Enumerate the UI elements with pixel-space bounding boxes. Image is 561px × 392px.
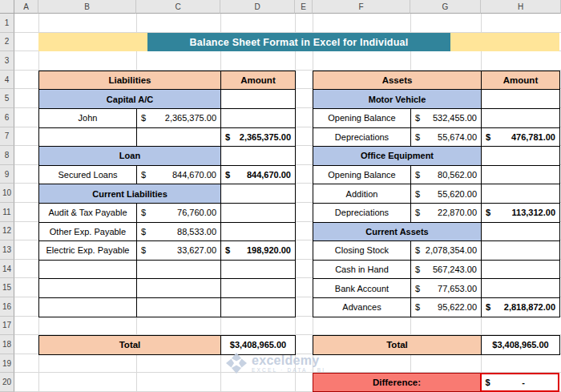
- cell-D7[interactable]: $ 2,365,375.00: [221, 128, 296, 148]
- cell-F6[interactable]: Opening Balance: [313, 109, 411, 128]
- cell-D8[interactable]: [221, 147, 296, 166]
- column-header-F[interactable]: F: [313, 0, 410, 14]
- row-header-13[interactable]: 13: [0, 240, 14, 260]
- cell-H10[interactable]: [482, 184, 560, 204]
- column-header-E[interactable]: E: [295, 0, 313, 14]
- cell-H9[interactable]: [482, 166, 560, 185]
- cell-G7[interactable]: $ 55,674.00: [411, 128, 482, 148]
- title-banner[interactable]: Balance Sheet Format in Excel for Indivi…: [38, 33, 559, 51]
- row-header-4[interactable]: 4: [0, 71, 14, 90]
- cell-B9[interactable]: Secured Loans: [39, 166, 137, 185]
- row-header-15[interactable]: 15: [0, 278, 14, 297]
- cell-B12[interactable]: Other Exp. Payable: [39, 223, 137, 242]
- cell-B5[interactable]: Capital A/C: [39, 90, 221, 109]
- cell-H4[interactable]: Amount: [482, 71, 560, 91]
- row-header-18[interactable]: 18: [0, 335, 14, 354]
- row-header-10[interactable]: 10: [0, 184, 14, 203]
- cell-G13[interactable]: $ 2,078,354.00: [411, 241, 482, 261]
- cell-D10[interactable]: [221, 184, 296, 204]
- cell-B11[interactable]: Audit & Tax Payable: [39, 204, 137, 223]
- cell-C6[interactable]: $ 2,365,375.00: [137, 109, 221, 128]
- row-header-20[interactable]: 20: [0, 373, 14, 392]
- cell-F10[interactable]: Addition: [313, 184, 411, 204]
- row-header-2[interactable]: 2: [0, 33, 14, 52]
- cell-F4[interactable]: Assets: [313, 71, 482, 91]
- cell-G11[interactable]: $ 22,870.00: [411, 204, 482, 223]
- cell-D9[interactable]: $ 844,670.00: [221, 166, 296, 185]
- cell-C15[interactable]: [137, 279, 221, 298]
- difference-value-cell[interactable]: $ -: [480, 373, 560, 392]
- cell-D6[interactable]: [221, 109, 296, 128]
- cell-B16[interactable]: [39, 298, 137, 317]
- cell-F9[interactable]: Opening Balance: [313, 166, 411, 185]
- cell-H14[interactable]: [482, 261, 560, 280]
- cell-C14[interactable]: [137, 261, 221, 280]
- cell-D16[interactable]: [221, 298, 296, 317]
- cell-F12[interactable]: Current Assets: [313, 223, 482, 242]
- cell-F7[interactable]: Depreciations: [313, 128, 411, 148]
- cell-B6[interactable]: John: [39, 109, 137, 128]
- cell-B18[interactable]: Total: [39, 336, 221, 355]
- cell-F18[interactable]: Total: [313, 336, 482, 355]
- cell-G9[interactable]: $ 80,562.00: [411, 166, 482, 185]
- select-all-button[interactable]: [0, 0, 14, 14]
- cell-G14[interactable]: $ 567,243.00: [411, 261, 482, 280]
- cell-G16[interactable]: $ 95,622.00: [411, 298, 482, 317]
- cell-C16[interactable]: [137, 298, 221, 317]
- column-header-G[interactable]: G: [410, 0, 481, 14]
- cell-B13[interactable]: Electric Exp. Payable: [39, 241, 137, 261]
- cell-F13[interactable]: Closing Stock: [313, 241, 411, 261]
- row-header-17[interactable]: 17: [0, 317, 14, 336]
- cell-D5[interactable]: [221, 90, 296, 109]
- row-header-11[interactable]: 11: [0, 203, 14, 222]
- row-header-12[interactable]: 12: [0, 222, 14, 241]
- row-header-6[interactable]: 6: [0, 108, 14, 127]
- cell-H8[interactable]: [482, 147, 560, 166]
- cell-D4[interactable]: Amount: [221, 71, 296, 91]
- cell-F14[interactable]: Cash in Hand: [313, 261, 411, 280]
- cell-H11[interactable]: $ 113,312.00: [482, 204, 560, 223]
- cell-D15[interactable]: [221, 279, 296, 298]
- cell-C9[interactable]: $ 844,670.00: [137, 166, 221, 185]
- cell-C7[interactable]: [137, 128, 221, 148]
- row-header-1[interactable]: 1: [0, 14, 14, 33]
- row-header-14[interactable]: 14: [0, 260, 14, 279]
- cell-F8[interactable]: Office Equipment: [313, 147, 482, 166]
- row-header-3[interactable]: 3: [0, 51, 14, 71]
- cell-B10[interactable]: Current Liabilities: [39, 184, 221, 204]
- cell-H7[interactable]: $ 476,781.00: [482, 128, 560, 148]
- cell-B15[interactable]: [39, 279, 137, 298]
- cell-H6[interactable]: [482, 109, 560, 128]
- cell-F15[interactable]: Bank Account: [313, 279, 411, 298]
- cell-D11[interactable]: [221, 204, 296, 223]
- row-header-7[interactable]: 7: [0, 127, 14, 147]
- cell-F11[interactable]: Depreciations: [313, 204, 411, 223]
- cell-B8[interactable]: Loan: [39, 147, 221, 166]
- cell-H16[interactable]: $ 2,818,872.00: [482, 298, 560, 317]
- cell-H12[interactable]: [482, 223, 560, 242]
- column-header-H[interactable]: H: [481, 0, 561, 14]
- cell-C11[interactable]: $ 76,760.00: [137, 204, 221, 223]
- cell-F16[interactable]: Advances: [313, 298, 411, 317]
- cell-G6[interactable]: $ 532,455.00: [411, 109, 482, 128]
- cell-H18[interactable]: $3,408,965.00: [482, 336, 560, 355]
- row-header-19[interactable]: 19: [0, 354, 14, 374]
- cell-B4[interactable]: Liabilities: [39, 71, 221, 91]
- row-header-5[interactable]: 5: [0, 89, 14, 108]
- cell-H13[interactable]: [482, 241, 560, 261]
- column-header-A[interactable]: A: [14, 0, 38, 14]
- cell-G15[interactable]: $ 77,653.00: [411, 279, 482, 298]
- cell-C13[interactable]: $ 33,627.00: [137, 241, 221, 261]
- cell-H15[interactable]: [482, 279, 560, 298]
- cell-B7[interactable]: [39, 128, 137, 148]
- row-header-8[interactable]: 8: [0, 146, 14, 165]
- cell-D12[interactable]: [221, 223, 296, 242]
- cell-C12[interactable]: $ 88,533.00: [137, 223, 221, 242]
- cell-D13[interactable]: $ 198,920.00: [221, 241, 296, 261]
- row-header-16[interactable]: 16: [0, 297, 14, 317]
- column-header-B[interactable]: B: [38, 0, 136, 14]
- column-header-C[interactable]: C: [136, 0, 220, 14]
- row-header-9[interactable]: 9: [0, 165, 14, 184]
- cell-D14[interactable]: [221, 261, 296, 280]
- cell-B14[interactable]: [39, 261, 137, 280]
